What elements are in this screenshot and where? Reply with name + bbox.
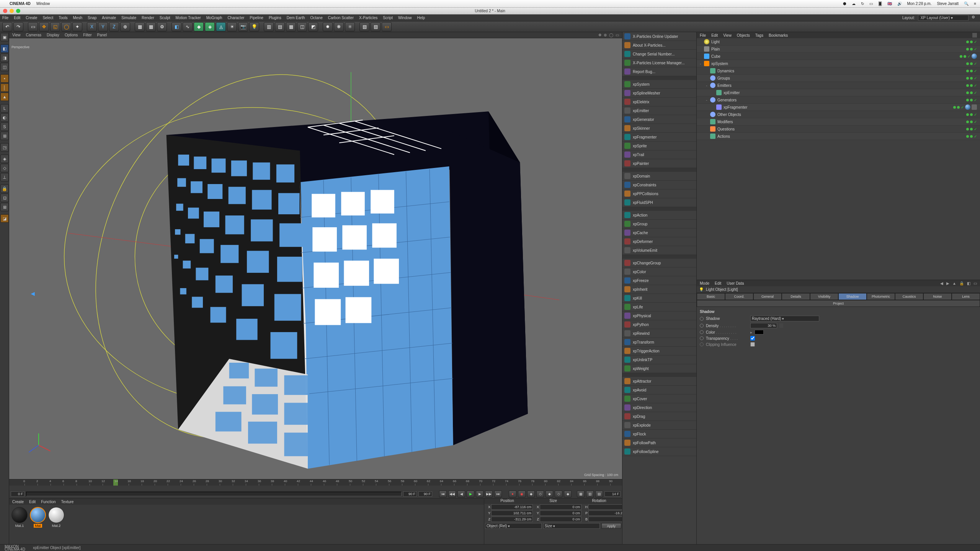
tag-icon[interactable]: [972, 104, 977, 110]
obj-menu-objects[interactable]: Objects: [737, 33, 750, 37]
enable-checkmark[interactable]: ✓: [974, 112, 977, 117]
obj-menu-edit[interactable]: Edit: [711, 33, 718, 37]
mograph-tool-3[interactable]: ▦: [286, 22, 296, 31]
visibility-editor-dot[interactable]: [966, 70, 969, 72]
menu-snap[interactable]: Snap: [88, 16, 96, 20]
object-row-groups[interactable]: Groups✓: [697, 75, 980, 82]
object-row-plain[interactable]: Plain✓: [697, 46, 980, 53]
mac-app-name[interactable]: CINEMA 4D: [10, 2, 31, 6]
menu-mograph[interactable]: MoGraph: [206, 16, 222, 20]
visibility-render-dot[interactable]: [970, 99, 973, 101]
workplane-xy-button[interactable]: ◳: [0, 143, 9, 152]
vp-filter[interactable]: Filter: [83, 33, 91, 37]
param-anim-ring[interactable]: [700, 317, 704, 321]
vp-cameras[interactable]: Cameras: [26, 33, 42, 37]
layout-select[interactable]: XP Layout (User) ▾: [918, 15, 969, 21]
visibility-editor-dot[interactable]: [966, 48, 969, 51]
attr-nav-up-icon[interactable]: ▲: [952, 281, 956, 285]
mograph-tool-5[interactable]: ◩: [308, 22, 318, 31]
zoom-window-button[interactable]: [16, 9, 20, 13]
menu-tools[interactable]: Tools: [59, 16, 67, 20]
visibility-render-dot[interactable]: [970, 77, 973, 80]
content-browser-button[interactable]: ▭: [382, 22, 392, 31]
visibility-render-dot[interactable]: [970, 48, 973, 51]
coord-space-select[interactable]: Object (Rel) ▾: [485, 523, 542, 529]
record-button[interactable]: ●: [509, 491, 516, 497]
misc-button[interactable]: ◪: [0, 214, 9, 223]
render-settings-button[interactable]: ⚙: [157, 22, 167, 31]
close-window-button[interactable]: [3, 9, 7, 13]
autokey-button[interactable]: ◉: [518, 491, 526, 497]
mat-menu-create[interactable]: Create: [12, 500, 24, 504]
menu-window[interactable]: Window: [398, 16, 412, 20]
visibility-render-dot[interactable]: [970, 41, 973, 43]
snap-enable-button[interactable]: S: [0, 122, 9, 131]
mat-menu-texture[interactable]: Texture: [61, 500, 74, 504]
shadow-type-select[interactable]: Raytraced (Hard) ▾: [750, 316, 819, 321]
xp-xparticlesonlineupdater[interactable]: X-Particles Online Updater: [622, 32, 696, 41]
workplane-button[interactable]: ◫: [0, 63, 9, 71]
coord-system-button[interactable]: ⊕: [120, 22, 130, 31]
object-row-emitters[interactable]: -Emitters✓: [697, 82, 980, 89]
xp-xpcover[interactable]: xpCover: [622, 395, 696, 403]
vp-display[interactable]: Display: [47, 33, 59, 37]
attr-tab-lens[interactable]: Lens: [952, 293, 980, 300]
xp-reportbug[interactable]: Report Bug...: [622, 67, 696, 76]
visibility-editor-dot[interactable]: [960, 55, 962, 58]
minimize-window-button[interactable]: [10, 9, 14, 13]
quantize-button[interactable]: ⊡: [0, 194, 9, 202]
xp-xpfluidsph[interactable]: xpFluidSPH: [622, 198, 696, 207]
visibility-editor-dot[interactable]: [966, 84, 969, 87]
visibility-editor-dot[interactable]: [953, 106, 956, 109]
param-anim-ring[interactable]: [700, 324, 704, 328]
prev-frame-button[interactable]: ◀: [457, 491, 465, 497]
menu-plugins[interactable]: Plugins: [269, 16, 281, 20]
xp-xpgenerator[interactable]: xpGenerator: [622, 115, 696, 124]
shadow-density-input[interactable]: [750, 323, 777, 328]
key-pos-button[interactable]: ◆: [527, 491, 535, 497]
menu-character[interactable]: Character: [227, 16, 244, 20]
visibility-editor-dot[interactable]: [966, 113, 969, 116]
obj-menu-tags[interactable]: Tags: [755, 33, 763, 37]
coord-pos-input[interactable]: [491, 510, 533, 516]
param-anim-ring[interactable]: [700, 336, 704, 340]
shadow-color-swatch[interactable]: [755, 330, 764, 334]
enable-checkmark[interactable]: ✓: [974, 47, 977, 51]
lock-button[interactable]: 🔒: [0, 184, 9, 193]
vp-nav-icon-4[interactable]: ▭: [616, 33, 619, 37]
coord-size-input[interactable]: [540, 517, 581, 522]
shadow-transparency-checkbox[interactable]: [750, 336, 755, 341]
xp-xprewind[interactable]: xpRewind: [622, 329, 696, 338]
vp-view[interactable]: View: [12, 33, 21, 37]
attr-tab-photometric[interactable]: Photometric: [867, 293, 895, 300]
mac-menu-window[interactable]: Window: [36, 2, 50, 6]
menu-script[interactable]: Script: [383, 16, 393, 20]
attr-lock-icon[interactable]: 🔒: [959, 281, 964, 285]
tree-toggle[interactable]: -: [704, 98, 709, 102]
tweak-button[interactable]: ◇: [0, 164, 9, 172]
mograph-tool-1[interactable]: ▥: [264, 22, 274, 31]
xp-xppainter[interactable]: xpPainter: [622, 159, 696, 168]
current-frame-input[interactable]: [604, 491, 621, 497]
dropbox-icon[interactable]: ⬢: [843, 2, 846, 6]
tl-opt-1[interactable]: ▦: [577, 491, 585, 497]
vp-nav-icon-1[interactable]: ✥: [598, 33, 601, 37]
tree-toggle[interactable]: -: [704, 83, 709, 88]
xp-xpkill[interactable]: xpKill: [622, 294, 696, 303]
menu-pipeline[interactable]: Pipeline: [250, 16, 263, 20]
coord-size-input[interactable]: [540, 510, 581, 516]
camera-button[interactable]: 📷: [238, 22, 248, 31]
xp-changeserialnumber[interactable]: Change Serial Number...: [622, 50, 696, 59]
texture-mode-button[interactable]: ◨: [0, 54, 9, 62]
tray-icon[interactable]: ▭: [869, 2, 873, 6]
polygon-mode-button[interactable]: ▲: [0, 93, 9, 101]
xp-xpfollowpath[interactable]: xpFollowPath: [622, 439, 696, 447]
attr-nav-fwd-icon[interactable]: ▶: [946, 281, 949, 285]
object-row-other objects[interactable]: Other Objects✓: [697, 111, 980, 118]
attr-menu-userdata[interactable]: User Data: [727, 281, 744, 285]
xp-xparticleslicensemanager[interactable]: X-Particles License Manager...: [622, 59, 696, 67]
misc-tool-1[interactable]: ▧: [359, 22, 369, 31]
object-row-light[interactable]: Light✓: [697, 38, 980, 46]
xp-xpexplode[interactable]: xpExplode: [622, 421, 696, 430]
normal-button[interactable]: ⊥: [0, 173, 9, 181]
